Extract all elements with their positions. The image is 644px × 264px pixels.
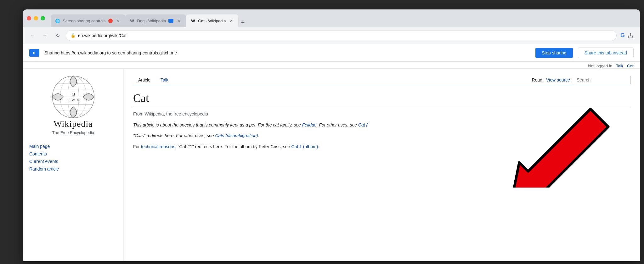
wiki-nav-links: Main page Contents Current events Random… [29,143,117,173]
google-icon: G [620,32,625,39]
wikipedia-site-subtitle: The Free Encyclopedia [52,130,94,135]
address-bar: ← → ↻ 🔒 en.wikipedia.org/wiki/Cat G [23,27,640,44]
minimize-button[interactable] [34,16,38,20]
tab-sharing-icon [168,19,173,23]
maximize-button[interactable] [41,16,45,20]
contributions-link[interactable]: Cor [627,64,634,68]
technical-reasons-link[interactable]: technical reasons [141,144,175,149]
wiki-article-text: This article is about the species that i… [133,121,630,150]
forward-button[interactable]: → [41,31,49,40]
recording-dot [108,19,113,23]
wiki-actions: Read View source [532,76,630,84]
tab-screen-sharing[interactable]: 🌐 Screen sharing controls ✕ [51,14,125,27]
stop-sharing-button[interactable]: Stop sharing [535,48,573,58]
talk-link[interactable]: Talk [616,64,623,68]
globe-icon: 🌐 [55,18,60,23]
tab-screen-sharing-close[interactable]: ✕ [115,18,121,24]
back-button[interactable]: ← [28,31,37,40]
url-text: en.wikipedia.org/wiki/Cat [78,33,127,38]
wiki-search-input[interactable] [574,76,630,84]
felidae-link[interactable]: Felidae [302,122,317,127]
wiki-content-tabs: Article Talk [133,75,173,85]
wikipedia-icon-cat: W [190,18,195,23]
browser-actions: G [620,31,635,40]
tab-dog-wikipedia-close[interactable]: ✕ [176,18,182,24]
wiki-action-view-source[interactable]: View source [546,77,570,82]
share-tab-button[interactable]: Share this tab instead [578,48,634,58]
sharing-bar: Sharing https://en.wikipedia.org to scre… [23,44,640,62]
tab-screen-sharing-title: Screen sharing controls [63,19,106,23]
wikipedia-site-title: Wikipedia [54,119,93,129]
tab-bar: 🌐 Screen sharing controls ✕ W Dog - Wiki… [51,9,636,27]
wikipedia-icon: W [130,18,135,23]
cat-1-album-link[interactable]: Cat 1 (album) [291,144,318,149]
wiki-paragraph-3: For technical reasons, "Cat #1" redirect… [133,143,630,150]
wiki-main: Article Talk Read View source Cat From W… [124,69,640,261]
nav-link-contents[interactable]: Contents [29,150,117,158]
svg-text:Ω: Ω [71,92,75,97]
tab-cat-wikipedia-close[interactable]: ✕ [228,18,234,24]
svg-text:И: И [67,98,70,102]
wiki-sidebar: Ω W И 維 Wikipedia The Free Encyclopedia … [23,69,124,261]
share-page-button[interactable] [626,31,635,40]
title-bar: 🌐 Screen sharing controls ✕ W Dog - Wiki… [23,9,640,27]
wiki-action-read[interactable]: Read [532,77,542,82]
traffic-lights [27,16,45,20]
wikipedia-layout: Ω W И 維 Wikipedia The Free Encyclopedia … [23,69,640,261]
not-logged-in-text: Not logged in [588,64,612,68]
wiki-paragraph-1: This article is about the species that i… [133,121,630,128]
nav-link-current-events[interactable]: Current events [29,158,117,165]
refresh-button[interactable]: ↻ [53,31,62,40]
nav-link-main-page[interactable]: Main page [29,143,117,150]
nav-link-random-article[interactable]: Random article [29,165,117,173]
svg-text:W: W [71,98,75,102]
tab-cat-wikipedia[interactable]: W Cat - Wikipedia ✕ [186,14,238,27]
cats-disambiguation-link[interactable]: Cats (disambiguation) [215,133,258,138]
svg-text:維: 維 [76,98,79,102]
tab-dog-wikipedia[interactable]: W Dog - Wikipedia ✕ [125,14,186,27]
sharing-message: Sharing https://en.wikipedia.org to scre… [44,50,530,55]
wiki-page-title: Cat [133,92,630,106]
page-content: Not logged in Talk Cor [23,62,640,261]
url-bar[interactable]: 🔒 en.wikipedia.org/wiki/Cat [66,30,617,41]
wiki-paragraph-2: "Cats" redirects here. For other uses, s… [133,132,630,139]
wiki-tab-article[interactable]: Article [133,75,155,85]
close-button[interactable] [27,16,31,20]
lock-icon: 🔒 [71,33,76,38]
wiki-tab-talk[interactable]: Talk [155,75,173,85]
new-tab-button[interactable]: + [238,18,247,27]
wiki-top-header: Not logged in Talk Cor [23,62,640,69]
browser-window: 🌐 Screen sharing controls ✕ W Dog - Wiki… [23,9,640,261]
wiki-page-description: From Wikipedia, the free encyclopedia [133,111,630,116]
wiki-top-bar: Article Talk Read View source [133,75,630,85]
wikipedia-globe: Ω W И 維 [51,75,95,119]
tab-dog-wikipedia-title: Dog - Wikipedia [137,19,166,23]
cat-disambiguation-link[interactable]: Cat ( [358,122,368,127]
sharing-screen-icon [29,49,39,57]
tab-cat-wikipedia-title: Cat - Wikipedia [198,19,226,23]
